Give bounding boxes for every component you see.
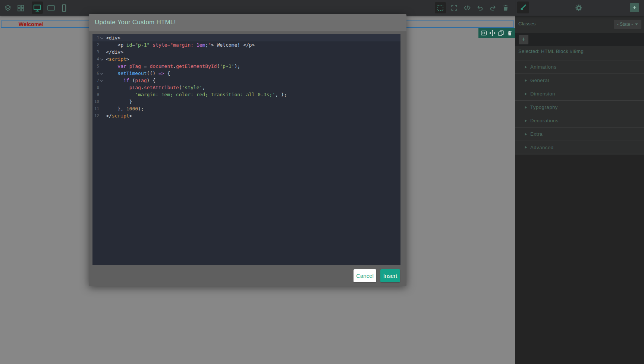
undo-icon[interactable] <box>474 2 486 13</box>
line-number: 11 <box>92 105 99 112</box>
line-number: 2 <box>92 41 99 48</box>
top-toolbar: + <box>0 0 644 16</box>
code-text: </script> <box>106 112 132 119</box>
fold-gutter <box>99 84 104 91</box>
chevron-down-icon <box>635 23 638 25</box>
code-text: <script> <box>106 56 129 63</box>
settings-gear-icon[interactable] <box>573 2 584 13</box>
chevron-right-icon <box>525 133 527 136</box>
custom-html-modal: Update Your Custom HTML! 1<div>2 <p id="… <box>89 14 406 286</box>
fold-gutter <box>99 48 104 56</box>
device-desktop-icon[interactable] <box>32 1 43 14</box>
code-line[interactable]: 9 'margin: 1em; color: red; transition: … <box>92 91 400 98</box>
fold-gutter <box>99 91 104 98</box>
state-select-value: - State - <box>617 22 633 27</box>
code-line[interactable]: 11 }, 1000); <box>92 105 400 112</box>
cancel-button[interactable]: Cancel <box>354 269 376 282</box>
modal-header: Update Your Custom HTML! <box>89 14 406 31</box>
edit-code-icon[interactable] <box>480 30 487 37</box>
code-line[interactable]: 12</script> <box>92 112 400 119</box>
fold-gutter <box>99 63 104 70</box>
section-general[interactable]: General <box>515 73 644 87</box>
chevron-right-icon <box>525 146 527 149</box>
code-line[interactable]: 10 } <box>92 98 400 105</box>
add-plus-icon[interactable]: + <box>630 3 639 12</box>
chevron-right-icon <box>525 92 527 95</box>
line-number: 9 <box>92 91 99 98</box>
blocks-icon[interactable] <box>15 2 26 13</box>
line-number: 12 <box>92 112 99 119</box>
state-select[interactable]: - State - <box>614 20 641 29</box>
line-number: 3 <box>92 48 99 56</box>
code-text: setTimeout(() => { <box>106 70 170 77</box>
code-line[interactable]: 2 <p id="p-1" style="margin: 1em;"> Welc… <box>92 41 400 48</box>
code-line[interactable]: 3</div> <box>92 48 400 56</box>
chevron-right-icon <box>525 79 527 82</box>
section-animations[interactable]: Animations <box>515 60 644 73</box>
modal-footer: Cancel Insert <box>89 265 406 286</box>
view-code-icon[interactable] <box>462 2 473 13</box>
line-number: 8 <box>92 84 99 91</box>
code-text: }, 1000); <box>106 105 144 112</box>
device-mobile-icon[interactable] <box>58 2 69 13</box>
insert-button[interactable]: Insert <box>380 269 400 282</box>
code-line[interactable]: 4<script> <box>92 56 400 63</box>
code-text: } <box>106 98 132 105</box>
fold-chevron-icon[interactable] <box>99 34 104 41</box>
fold-chevron-icon[interactable] <box>99 70 104 77</box>
section-extra[interactable]: Extra <box>515 127 644 141</box>
chevron-right-icon <box>525 106 527 109</box>
code-line[interactable]: 5 var pTag = document.getElementById('p-… <box>92 63 400 70</box>
modal-title: Update Your Custom HTML! <box>95 19 176 26</box>
toggle-borders-icon[interactable] <box>435 2 446 13</box>
add-class-button[interactable]: + <box>519 35 528 44</box>
fold-chevron-icon[interactable] <box>99 77 104 84</box>
line-number: 4 <box>92 56 99 63</box>
device-tablet-icon[interactable] <box>45 2 57 13</box>
move-icon[interactable] <box>489 30 496 37</box>
code-text: <div> <box>106 34 120 41</box>
line-number: 1 <box>92 34 99 41</box>
component-toolbar <box>478 28 515 38</box>
delete-icon[interactable] <box>506 30 513 37</box>
section-decorations[interactable]: Decorations <box>515 114 644 127</box>
class-tags-strip: + <box>515 33 644 46</box>
right-panel: Classes - State - + Selected: HTML Block… <box>515 16 644 364</box>
fold-gutter <box>99 41 104 48</box>
code-text: <p id="p-1" style="margin: 1em;"> Welcom… <box>106 41 255 48</box>
fold-chevron-icon[interactable] <box>99 56 104 63</box>
code-text: var pTag = document.getElementById('p-1'… <box>106 63 240 70</box>
welcome-text: Welcome! <box>19 21 44 27</box>
code-editor[interactable]: 1<div>2 <p id="p-1" style="margin: 1em;"… <box>92 34 400 265</box>
fold-gutter <box>99 105 104 112</box>
classes-row: Classes - State - <box>515 16 644 33</box>
code-text: if (pTag) { <box>106 77 155 84</box>
selected-component-label: Selected: HTML Block #i9mg <box>518 48 584 54</box>
chevron-right-icon <box>525 119 527 122</box>
style-manager-top: Classes - State - + Selected: HTML Block… <box>515 16 644 155</box>
fullscreen-icon[interactable] <box>449 2 460 13</box>
style-sections: Animations General Dimension Typography … <box>515 60 644 154</box>
classes-label: Classes <box>518 21 535 26</box>
style-brush-icon[interactable] <box>517 1 529 13</box>
copy-icon[interactable] <box>498 30 505 37</box>
code-text: 'margin: 1em; color: red; transition: al… <box>106 91 287 98</box>
line-number: 5 <box>92 63 99 70</box>
code-line[interactable]: 8 pTag.setAttribute('style', <box>92 84 400 91</box>
section-dimension[interactable]: Dimension <box>515 87 644 100</box>
code-text: pTag.setAttribute('style', <box>106 84 205 91</box>
toolbar-divider <box>515 0 515 16</box>
code-line[interactable]: 1<div> <box>92 34 400 41</box>
line-number: 7 <box>92 77 99 84</box>
page-builder-app: + Welcome! <box>0 0 644 364</box>
code-text: </div> <box>106 48 123 56</box>
redo-icon[interactable] <box>487 2 498 13</box>
line-number: 10 <box>92 98 99 105</box>
trash-icon[interactable] <box>500 2 511 13</box>
code-line[interactable]: 7 if (pTag) { <box>92 77 400 84</box>
fold-gutter <box>99 112 104 119</box>
section-typography[interactable]: Typography <box>515 100 644 114</box>
code-line[interactable]: 6 setTimeout(() => { <box>92 70 400 77</box>
layers-icon[interactable] <box>2 2 13 13</box>
section-advanced[interactable]: Advanced <box>515 141 644 154</box>
